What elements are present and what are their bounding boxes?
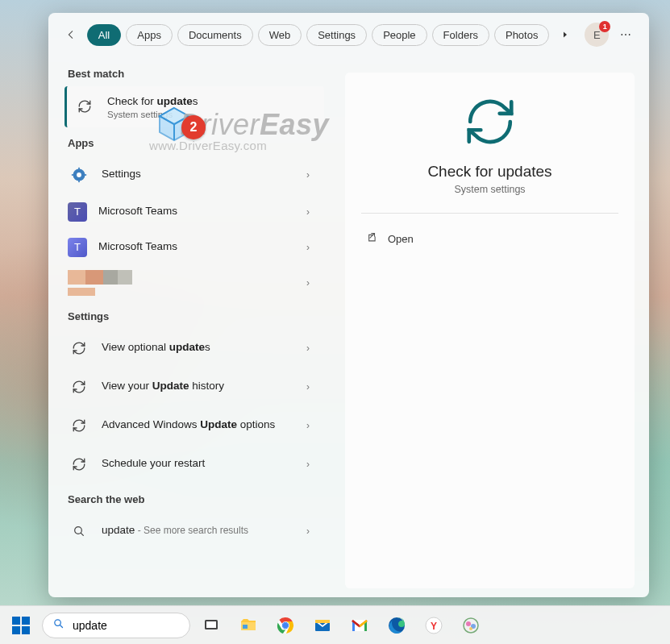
profile-initial: E [593,29,601,41]
chevron-right-icon: › [303,169,313,181]
result-title: Advanced Windows Update options [102,418,279,433]
result-title: Check for updates [107,94,313,110]
refresh-icon [73,95,96,118]
tab-folders[interactable]: Folders [432,24,489,46]
preview-title: Check for updates [361,163,618,181]
result-subtitle: System settings [107,110,313,119]
svg-rect-11 [243,625,248,629]
chevron-right-icon: › [303,206,313,218]
svg-rect-9 [206,621,216,628]
result-title: Settings [102,167,292,182]
search-icon [68,520,90,542]
section-settings-header: Settings [48,301,331,329]
mail-icon[interactable] [306,609,339,642]
result-redacted[interactable]: › [68,265,324,301]
teams-icon: T [68,238,87,257]
refresh-icon [68,376,90,398]
redacted-block [103,270,118,285]
result-update-history[interactable]: View your Update history › [68,368,324,406]
taskbar-search-input[interactable] [71,618,215,633]
preview-card: Check for updates System settings Open [345,73,635,588]
taskbar-search[interactable] [42,613,190,638]
tab-documents[interactable]: Documents [177,24,253,46]
svg-point-23 [466,621,471,626]
redacted-block [85,270,103,285]
redacted-block [68,270,85,285]
result-title: update - See more search results [102,523,292,538]
svg-point-1 [77,172,81,177]
svg-point-25 [469,627,472,630]
tab-photos[interactable]: Photos [494,24,549,46]
result-advanced-update[interactable]: Advanced Windows Update options › [68,406,324,445]
yandex-icon[interactable]: Y [418,609,450,642]
result-title: Schedule your restart [102,456,292,472]
svg-rect-2 [78,168,80,170]
refresh-icon [68,414,90,437]
svg-point-15 [283,622,288,627]
svg-rect-17 [315,620,330,623]
svg-text:Y: Y [431,620,437,631]
tab-all[interactable]: All [87,24,121,46]
preview-subtitle: System settings [361,184,618,195]
result-settings-app[interactable]: Settings › [68,156,324,194]
result-schedule-restart[interactable]: Schedule your restart › [68,445,324,484]
chevron-right-icon: › [303,526,313,537]
gmail-icon[interactable] [343,609,376,642]
result-teams-1[interactable]: T Microsoft Teams › [68,194,324,230]
file-explorer-icon[interactable] [232,609,264,642]
result-title: View optional updates [102,340,292,355]
edge-icon[interactable] [381,609,413,642]
search-tabs: All Apps Documents Web Settings People F… [87,23,577,46]
result-title: Microsoft Teams [98,239,292,255]
action-open-label: Open [388,233,414,245]
annotation-badge-2: 2 [181,115,206,139]
start-button[interactable] [5,609,37,642]
teams-icon: T [68,202,87,222]
windows-logo-icon [12,617,30,634]
taskview-icon[interactable] [195,609,227,642]
tab-apps[interactable]: Apps [126,24,173,46]
search-panel: All Apps Documents Web Settings People F… [48,13,649,597]
section-web-header: Search the web [48,484,331,512]
gear-icon [68,164,90,186]
preview-refresh-icon [361,93,618,150]
result-teams-2[interactable]: T Microsoft Teams › [68,230,324,265]
tab-web[interactable]: Web [258,24,302,46]
redacted-block [118,270,132,285]
result-optional-updates[interactable]: View optional updates › [68,329,324,368]
divider [361,213,618,214]
profile-avatar[interactable]: E 1 [585,23,609,47]
chevron-right-icon: › [303,242,313,253]
tab-people[interactable]: People [372,24,427,46]
preview-column: Check for updates System settings Open [331,53,649,597]
chevron-right-icon: › [303,277,313,289]
refresh-icon [68,453,90,476]
tab-settings[interactable]: Settings [306,24,367,46]
svg-rect-5 [84,174,86,176]
chevron-right-icon: › [303,420,313,431]
section-best-match-header: Best match [48,58,331,86]
copilot-icon[interactable] [455,609,487,642]
search-icon [52,617,65,633]
taskbar: Y [0,605,670,644]
result-web-update[interactable]: update - See more search results › [68,512,324,551]
svg-point-7 [55,620,61,626]
svg-rect-4 [72,174,74,176]
back-button[interactable] [60,23,82,46]
notification-badge: 1 [599,21,610,32]
result-title: Microsoft Teams [98,204,292,219]
chevron-right-icon: › [303,459,313,470]
search-topbar: All Apps Documents Web Settings People F… [48,13,649,53]
svg-point-22 [464,618,478,633]
refresh-icon [68,337,90,359]
action-open[interactable]: Open [361,225,618,252]
chevron-right-icon: › [303,381,313,393]
result-title: View your Update history [102,379,292,394]
redacted-block [68,288,95,296]
svg-rect-3 [78,180,80,182]
tabs-more-icon[interactable] [554,23,576,46]
more-options-icon[interactable]: ⋯ [614,28,638,41]
chrome-icon[interactable] [269,609,302,642]
external-link-icon [364,231,377,246]
chevron-right-icon: › [303,343,313,354]
